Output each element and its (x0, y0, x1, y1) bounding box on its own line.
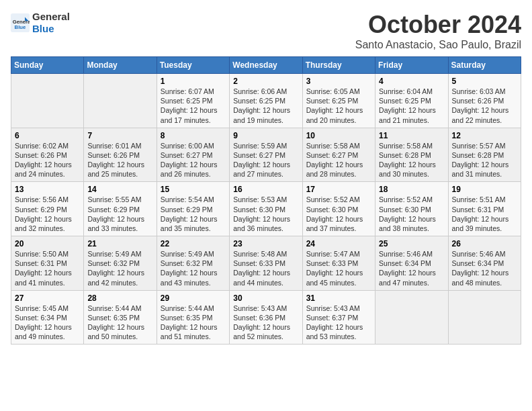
calendar-cell: 11Sunrise: 5:58 AMSunset: 6:28 PMDayligh… (375, 128, 448, 182)
day-info: Sunrise: 5:47 AMSunset: 6:33 PMDaylight:… (306, 249, 371, 287)
day-info: Sunrise: 5:54 AMSunset: 6:29 PMDaylight:… (161, 195, 226, 233)
day-info: Sunrise: 5:57 AMSunset: 6:28 PMDaylight:… (452, 141, 517, 179)
day-info: Sunrise: 6:00 AMSunset: 6:27 PMDaylight:… (161, 141, 226, 179)
day-number: 22 (161, 239, 226, 248)
day-number: 29 (161, 293, 226, 303)
day-info: Sunrise: 5:51 AMSunset: 6:31 PMDaylight:… (452, 195, 517, 233)
day-info: Sunrise: 6:02 AMSunset: 6:26 PMDaylight:… (15, 141, 80, 179)
day-number: 3 (306, 77, 371, 86)
day-number: 6 (15, 131, 80, 140)
calendar-cell: 6Sunrise: 6:02 AMSunset: 6:26 PMDaylight… (11, 128, 84, 182)
calendar-cell (11, 74, 84, 128)
calendar-cell: 24Sunrise: 5:47 AMSunset: 6:33 PMDayligh… (302, 236, 375, 291)
calendar-cell: 29Sunrise: 5:44 AMSunset: 6:35 PMDayligh… (157, 290, 229, 345)
title-block: October 2024 Santo Anastacio, Sao Paulo,… (355, 11, 521, 51)
day-number: 9 (233, 131, 298, 140)
logo-general: General (32, 11, 70, 23)
calendar-cell: 21Sunrise: 5:49 AMSunset: 6:32 PMDayligh… (84, 236, 157, 291)
day-info: Sunrise: 6:04 AMSunset: 6:25 PMDaylight:… (379, 87, 444, 125)
day-info: Sunrise: 5:44 AMSunset: 6:35 PMDaylight:… (87, 304, 152, 342)
calendar-cell: 3Sunrise: 6:05 AMSunset: 6:25 PMDaylight… (302, 74, 375, 128)
calendar-cell: 14Sunrise: 5:55 AMSunset: 6:29 PMDayligh… (84, 182, 157, 236)
day-number: 31 (306, 293, 371, 303)
day-number: 12 (452, 131, 517, 140)
day-info: Sunrise: 5:52 AMSunset: 6:30 PMDaylight:… (379, 195, 444, 233)
weekday-header: Saturday (448, 57, 521, 74)
day-info: Sunrise: 6:05 AMSunset: 6:25 PMDaylight:… (306, 87, 371, 125)
weekday-header: Sunday (11, 57, 84, 74)
day-info: Sunrise: 6:03 AMSunset: 6:26 PMDaylight:… (452, 87, 517, 125)
day-number: 5 (452, 77, 517, 86)
calendar-week-row: 13Sunrise: 5:56 AMSunset: 6:29 PMDayligh… (11, 182, 521, 236)
calendar-cell: 19Sunrise: 5:51 AMSunset: 6:31 PMDayligh… (448, 182, 521, 236)
calendar-cell: 8Sunrise: 6:00 AMSunset: 6:27 PMDaylight… (157, 128, 229, 182)
day-info: Sunrise: 5:52 AMSunset: 6:30 PMDaylight:… (306, 195, 371, 233)
day-number: 17 (306, 185, 371, 194)
day-number: 18 (379, 185, 444, 194)
svg-text:Blue: Blue (15, 24, 26, 30)
day-number: 24 (306, 239, 371, 248)
day-info: Sunrise: 5:50 AMSunset: 6:31 PMDaylight:… (15, 249, 80, 287)
calendar-cell: 1Sunrise: 6:07 AMSunset: 6:25 PMDaylight… (157, 74, 229, 128)
day-info: Sunrise: 5:59 AMSunset: 6:27 PMDaylight:… (233, 141, 298, 179)
day-number: 15 (161, 185, 226, 194)
page-header: General Blue General Blue October 2024 S… (11, 11, 521, 51)
weekday-header: Friday (375, 57, 448, 74)
logo-icon: General Blue (11, 13, 30, 32)
calendar-cell: 30Sunrise: 5:43 AMSunset: 6:36 PMDayligh… (230, 290, 302, 345)
calendar-cell: 18Sunrise: 5:52 AMSunset: 6:30 PMDayligh… (375, 182, 448, 236)
calendar-cell: 25Sunrise: 5:46 AMSunset: 6:34 PMDayligh… (375, 236, 448, 291)
day-info: Sunrise: 5:53 AMSunset: 6:30 PMDaylight:… (233, 195, 298, 233)
day-info: Sunrise: 5:46 AMSunset: 6:34 PMDaylight:… (379, 249, 444, 287)
day-info: Sunrise: 5:46 AMSunset: 6:34 PMDaylight:… (452, 249, 517, 287)
day-info: Sunrise: 5:43 AMSunset: 6:36 PMDaylight:… (233, 304, 298, 342)
day-info: Sunrise: 5:48 AMSunset: 6:33 PMDaylight:… (233, 249, 298, 287)
calendar-cell: 12Sunrise: 5:57 AMSunset: 6:28 PMDayligh… (448, 128, 521, 182)
logo-blue: Blue (32, 23, 70, 35)
calendar-cell: 5Sunrise: 6:03 AMSunset: 6:26 PMDaylight… (448, 74, 521, 128)
day-number: 7 (87, 131, 152, 140)
calendar-cell: 7Sunrise: 6:01 AMSunset: 6:26 PMDaylight… (84, 128, 157, 182)
calendar-week-row: 1Sunrise: 6:07 AMSunset: 6:25 PMDaylight… (11, 74, 521, 128)
day-number: 28 (87, 293, 152, 303)
calendar-table: SundayMondayTuesdayWednesdayThursdayFrid… (11, 56, 521, 345)
calendar-cell: 22Sunrise: 5:49 AMSunset: 6:32 PMDayligh… (157, 236, 229, 291)
calendar-cell (84, 74, 157, 128)
calendar-cell: 23Sunrise: 5:48 AMSunset: 6:33 PMDayligh… (230, 236, 302, 291)
day-info: Sunrise: 6:07 AMSunset: 6:25 PMDaylight:… (161, 87, 226, 125)
calendar-cell: 9Sunrise: 5:59 AMSunset: 6:27 PMDaylight… (230, 128, 302, 182)
day-info: Sunrise: 6:06 AMSunset: 6:25 PMDaylight:… (233, 87, 298, 125)
weekday-header: Wednesday (230, 57, 302, 74)
day-number: 25 (379, 239, 444, 248)
page-subtitle: Santo Anastacio, Sao Paulo, Brazil (355, 39, 521, 51)
day-info: Sunrise: 5:45 AMSunset: 6:34 PMDaylight:… (15, 304, 80, 342)
calendar-cell: 2Sunrise: 6:06 AMSunset: 6:25 PMDaylight… (230, 74, 302, 128)
day-number: 14 (87, 185, 152, 194)
calendar-cell: 16Sunrise: 5:53 AMSunset: 6:30 PMDayligh… (230, 182, 302, 236)
day-number: 30 (233, 293, 298, 303)
calendar-cell (375, 290, 448, 345)
day-info: Sunrise: 5:49 AMSunset: 6:32 PMDaylight:… (87, 249, 152, 287)
weekday-header: Monday (84, 57, 157, 74)
day-info: Sunrise: 5:56 AMSunset: 6:29 PMDaylight:… (15, 195, 80, 233)
day-number: 20 (15, 239, 80, 248)
day-number: 2 (233, 77, 298, 86)
calendar-cell: 31Sunrise: 5:43 AMSunset: 6:37 PMDayligh… (302, 290, 375, 345)
day-info: Sunrise: 6:01 AMSunset: 6:26 PMDaylight:… (87, 141, 152, 179)
day-number: 26 (452, 239, 517, 248)
day-number: 13 (15, 185, 80, 194)
calendar-week-row: 6Sunrise: 6:02 AMSunset: 6:26 PMDaylight… (11, 128, 521, 182)
calendar-cell: 20Sunrise: 5:50 AMSunset: 6:31 PMDayligh… (11, 236, 84, 291)
day-number: 10 (306, 131, 371, 140)
logo: General Blue General Blue (11, 11, 70, 35)
calendar-week-row: 20Sunrise: 5:50 AMSunset: 6:31 PMDayligh… (11, 236, 521, 291)
calendar-cell: 10Sunrise: 5:58 AMSunset: 6:27 PMDayligh… (302, 128, 375, 182)
day-info: Sunrise: 5:58 AMSunset: 6:28 PMDaylight:… (379, 141, 444, 179)
calendar-cell: 26Sunrise: 5:46 AMSunset: 6:34 PMDayligh… (448, 236, 521, 291)
day-info: Sunrise: 5:43 AMSunset: 6:37 PMDaylight:… (306, 304, 371, 342)
weekday-header: Thursday (302, 57, 375, 74)
day-number: 19 (452, 185, 517, 194)
day-number: 1 (161, 77, 226, 86)
day-number: 23 (233, 239, 298, 248)
day-number: 8 (161, 131, 226, 140)
